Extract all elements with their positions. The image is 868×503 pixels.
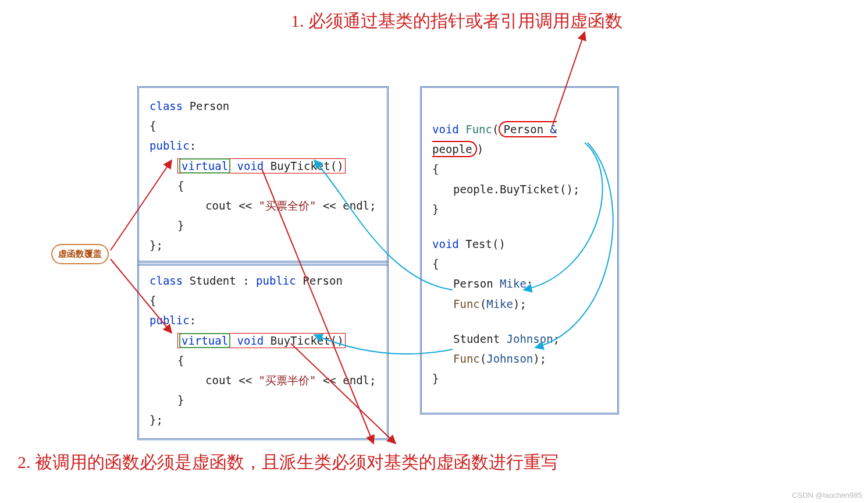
colon: : xyxy=(190,314,196,327)
call-method: .BuyTicket(); xyxy=(493,183,580,196)
brace-open: { xyxy=(150,291,376,310)
fn-name: BuyTicket xyxy=(271,160,330,172)
op-ins2: << xyxy=(323,374,336,387)
kw-public: public xyxy=(150,314,190,327)
brace-open2: { xyxy=(432,254,607,274)
call-func2: Func xyxy=(453,352,480,365)
brace-open: { xyxy=(432,159,607,179)
token-cout: cout xyxy=(205,199,232,212)
lpar2: ( xyxy=(480,297,486,310)
type-student: Student xyxy=(453,332,500,345)
call-func1: Func xyxy=(453,297,480,310)
codebox-person: class Person { public: virtual void BuyT… xyxy=(137,86,389,265)
chip-override: 虚函数覆盖 xyxy=(51,244,109,264)
class-name-student: Student xyxy=(190,274,236,287)
rpar3: ) xyxy=(533,352,539,365)
virtual-decl-person: virtual void BuyTicket() xyxy=(177,158,346,173)
kw-virtual: virtual xyxy=(182,334,228,347)
fn-name-test: Test xyxy=(465,238,492,250)
semicolon: ; xyxy=(369,374,376,387)
kw-class: class xyxy=(150,274,183,287)
op-ins: << xyxy=(239,374,252,387)
token-cout: cout xyxy=(205,374,232,387)
annotation-bottom: 2. 被调用的函数必须是虚函数，且派生类必须对基类的虚函数进行重写 xyxy=(17,451,558,474)
fn-name: BuyTicket xyxy=(271,334,330,347)
kw-virtual: virtual xyxy=(182,160,228,172)
class-end: }; xyxy=(150,235,376,255)
brace-open: { xyxy=(150,116,376,136)
brace-open-fn: { xyxy=(150,350,376,370)
op-ins: << xyxy=(239,199,252,212)
kw-void: void xyxy=(237,160,264,172)
type-person: Person xyxy=(503,123,543,136)
var-johnson: Johnson xyxy=(507,332,553,345)
colon-inherit: : xyxy=(243,274,249,287)
parens: () xyxy=(492,238,506,250)
annotation-top: 1. 必须通过基类的指针或者引用调用虚函数 xyxy=(291,9,622,33)
watermark: CSDN @laochen985 xyxy=(792,491,862,500)
op-ins2: << xyxy=(323,199,336,212)
rpar2: ) xyxy=(513,297,520,310)
semi3: ; xyxy=(553,332,560,345)
string-lit: "买票半价" xyxy=(259,374,316,387)
semi2: ; xyxy=(520,297,526,310)
base-name: Person xyxy=(303,274,343,287)
codebox-func-test: void Func(Person & people) { people.BuyT… xyxy=(420,86,619,415)
class-end: }; xyxy=(150,410,376,430)
diagram-stage: 1. 必须通过基类的指针或者引用调用虚函数 2. 被调用的函数必须是虚函数，且派… xyxy=(0,0,868,503)
semi: ; xyxy=(527,277,533,290)
parens: () xyxy=(330,160,344,172)
kw-class: class xyxy=(150,100,183,112)
type-person2: Person xyxy=(453,277,493,290)
semi4: ; xyxy=(540,352,546,365)
rpar: ) xyxy=(477,143,483,155)
token-endl: endl xyxy=(343,374,369,387)
arg-mike: Mike xyxy=(486,297,513,310)
semicolon: ; xyxy=(369,199,376,212)
kw-void: void xyxy=(432,123,459,136)
parens: () xyxy=(330,334,344,347)
virtual-decl-student: virtual void BuyTicket() xyxy=(177,333,346,348)
brace-open-fn: { xyxy=(150,176,376,196)
kw-public: public xyxy=(150,139,190,152)
var-mike: Mike xyxy=(500,277,527,290)
brace-close: } xyxy=(432,199,607,219)
lpar: ( xyxy=(492,123,499,136)
string-lit: "买票全价" xyxy=(259,199,316,212)
arg-johnson: Johnson xyxy=(486,352,533,365)
class-name-person: Person xyxy=(190,100,230,112)
amp: & xyxy=(550,123,557,136)
lpar3: ( xyxy=(480,352,486,365)
brace-close-fn: } xyxy=(150,215,376,235)
codebox-student: class Student : public Person { public: … xyxy=(137,261,389,440)
kw-public-inherit: public xyxy=(256,274,296,287)
kw-void: void xyxy=(237,334,264,347)
kw-void: void xyxy=(432,238,459,250)
brace-close-fn: } xyxy=(150,390,376,410)
call-obj: people xyxy=(453,183,493,196)
token-endl: endl xyxy=(343,199,369,212)
param-name: people xyxy=(432,143,472,155)
brace-close2: } xyxy=(432,369,607,388)
fn-name-func: Func xyxy=(465,123,492,136)
colon: : xyxy=(190,139,196,152)
